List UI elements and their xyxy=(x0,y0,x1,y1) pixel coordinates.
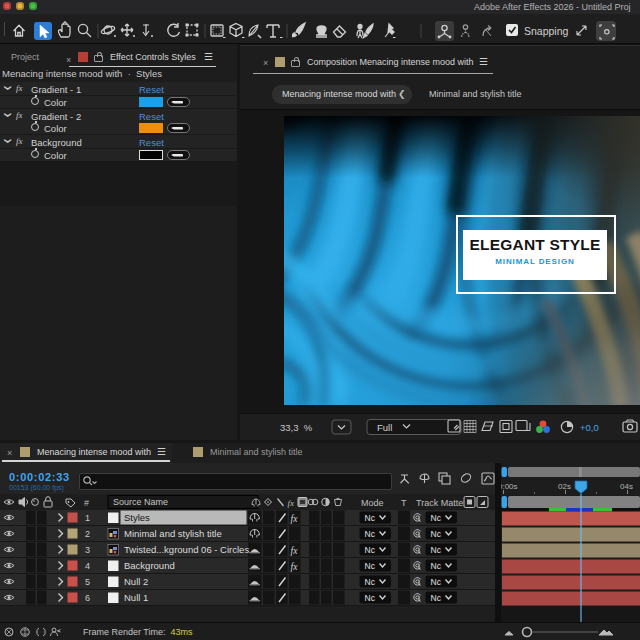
svg-text:Nc: Nc xyxy=(365,545,376,555)
svg-text:6: 6 xyxy=(85,593,90,603)
svg-text:Nc: Nc xyxy=(365,561,376,571)
svg-text:3: 3 xyxy=(85,545,90,555)
svg-text:Nc: Nc xyxy=(431,529,442,539)
svg-text:ELEGANT STYLE: ELEGANT STYLE xyxy=(470,236,601,253)
svg-text:04s: 04s xyxy=(620,482,633,491)
svg-text:Nc: Nc xyxy=(431,593,442,603)
svg-text:Nc: Nc xyxy=(365,529,376,539)
svg-text:Background: Background xyxy=(124,560,175,571)
svg-text:fx: fx xyxy=(291,514,299,524)
svg-text:Track Matte: Track Matte xyxy=(416,498,463,508)
svg-text:Null 1: Null 1 xyxy=(124,592,148,603)
svg-text:fx: fx xyxy=(291,546,299,556)
svg-text:Null 2: Null 2 xyxy=(124,576,148,587)
svg-text:Minimal and stylish title: Minimal and stylish title xyxy=(124,528,222,539)
svg-text:4: 4 xyxy=(85,561,90,571)
svg-text:MINIMAL DESIGN: MINIMAL DESIGN xyxy=(495,257,575,266)
svg-text:Nc: Nc xyxy=(365,577,376,587)
svg-text:Mode: Mode xyxy=(361,498,384,508)
svg-text:Nc: Nc xyxy=(431,577,442,587)
svg-text:2: 2 xyxy=(85,529,90,539)
svg-text:T: T xyxy=(401,498,407,508)
svg-text:Nc: Nc xyxy=(431,561,442,571)
svg-text:Full: Full xyxy=(377,422,392,433)
svg-text:Snapping: Snapping xyxy=(524,25,569,37)
svg-text:Nc: Nc xyxy=(365,593,376,603)
svg-text:Nc: Nc xyxy=(431,545,442,555)
svg-text:#: # xyxy=(84,498,89,508)
svg-text:Source Name: Source Name xyxy=(113,497,168,507)
svg-text:02s: 02s xyxy=(558,482,571,491)
svg-text:Nc: Nc xyxy=(431,513,442,523)
svg-text:1: 1 xyxy=(85,513,90,523)
svg-text:Styles: Styles xyxy=(124,512,150,523)
svg-text:33,3 %: 33,3 % xyxy=(280,422,313,433)
svg-text:Twisted...kground 06 - Circles: Twisted...kground 06 - Circles xyxy=(124,544,249,555)
svg-text:fx: fx xyxy=(291,562,299,572)
svg-text:Nc: Nc xyxy=(365,513,376,523)
svg-text:fx: fx xyxy=(288,498,295,508)
svg-text:0:00s: 0:00s xyxy=(501,482,518,491)
svg-text:+0,0: +0,0 xyxy=(580,422,599,433)
svg-text:5: 5 xyxy=(85,577,90,587)
